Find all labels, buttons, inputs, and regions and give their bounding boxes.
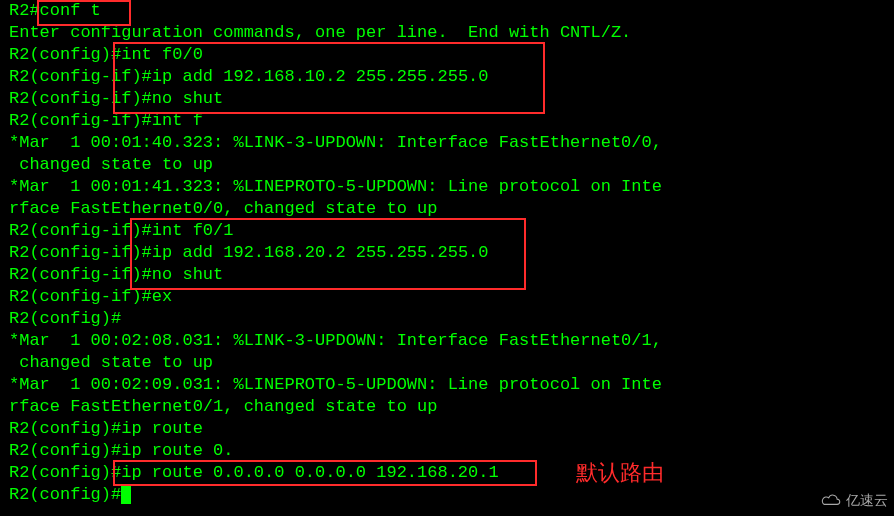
prompt: R2(config-if)#: [9, 221, 152, 240]
prompt: R2(config-if)#: [9, 265, 152, 284]
terminal-line: changed state to up: [9, 352, 894, 374]
terminal-line: *Mar 1 00:02:08.031: %LINK-3-UPDOWN: Int…: [9, 330, 894, 352]
command: ip add 192.168.20.2 255.255.255.0: [152, 243, 489, 262]
cloud-icon: [820, 493, 842, 510]
prompt: R2#: [9, 1, 40, 20]
command: ex: [152, 287, 172, 306]
terminal-line: R2#conf t: [9, 0, 894, 22]
prompt: R2(config)#: [9, 441, 121, 460]
terminal-line: changed state to up: [9, 154, 894, 176]
command: no shut: [152, 265, 223, 284]
terminal-line: R2(config)#: [9, 308, 894, 330]
command: ip route 0.: [121, 441, 233, 460]
watermark: 亿速云: [820, 492, 888, 510]
terminal-line: Enter configuration commands, one per li…: [9, 22, 894, 44]
prompt: R2(config)#: [9, 463, 121, 482]
terminal-line: R2(config-if)#no shut: [9, 88, 894, 110]
prompt: R2(config-if)#: [9, 89, 152, 108]
terminal-line: *Mar 1 00:02:09.031: %LINEPROTO-5-UPDOWN…: [9, 374, 894, 396]
prompt: R2(config-if)#: [9, 111, 152, 130]
prompt: R2(config)#: [9, 419, 121, 438]
prompt: R2(config-if)#: [9, 243, 152, 262]
command: no shut: [152, 89, 223, 108]
terminal-line: R2(config)#: [9, 484, 894, 506]
command: ip add 192.168.10.2 255.255.255.0: [152, 67, 489, 86]
prompt: R2(config)#: [9, 45, 121, 64]
command: int f: [152, 111, 203, 130]
prompt: R2(config)#: [9, 309, 121, 328]
terminal-line: R2(config)#ip route: [9, 418, 894, 440]
annotation-default-route: 默认路由: [576, 458, 664, 488]
prompt: R2(config-if)#: [9, 287, 152, 306]
command: int f0/0: [121, 45, 203, 64]
command: int f0/1: [152, 221, 234, 240]
command: ip route: [121, 419, 203, 438]
command: ip route 0.0.0.0 0.0.0.0 192.168.20.1: [121, 463, 498, 482]
terminal-line: *Mar 1 00:01:41.323: %LINEPROTO-5-UPDOWN…: [9, 176, 894, 198]
prompt: R2(config)#: [9, 485, 121, 504]
terminal-line: rface FastEthernet0/1, changed state to …: [9, 396, 894, 418]
terminal-line: R2(config)#ip route 0.0.0.0 0.0.0.0 192.…: [9, 462, 894, 484]
terminal-line: R2(config-if)#int f: [9, 110, 894, 132]
terminal-line: R2(config-if)#int f0/1: [9, 220, 894, 242]
terminal-line: R2(config-if)#ex: [9, 286, 894, 308]
terminal-line: rface FastEthernet0/0, changed state to …: [9, 198, 894, 220]
terminal-output[interactable]: R2#conf tEnter configuration commands, o…: [0, 0, 894, 506]
terminal-line: R2(config-if)#ip add 192.168.10.2 255.25…: [9, 66, 894, 88]
terminal-line: R2(config-if)#ip add 192.168.20.2 255.25…: [9, 242, 894, 264]
terminal-line: R2(config)#ip route 0.: [9, 440, 894, 462]
terminal-line: R2(config)#int f0/0: [9, 44, 894, 66]
cursor: [121, 486, 131, 504]
prompt: R2(config-if)#: [9, 67, 152, 86]
command: conf t: [40, 1, 101, 20]
terminal-line: *Mar 1 00:01:40.323: %LINK-3-UPDOWN: Int…: [9, 132, 894, 154]
terminal-line: R2(config-if)#no shut: [9, 264, 894, 286]
